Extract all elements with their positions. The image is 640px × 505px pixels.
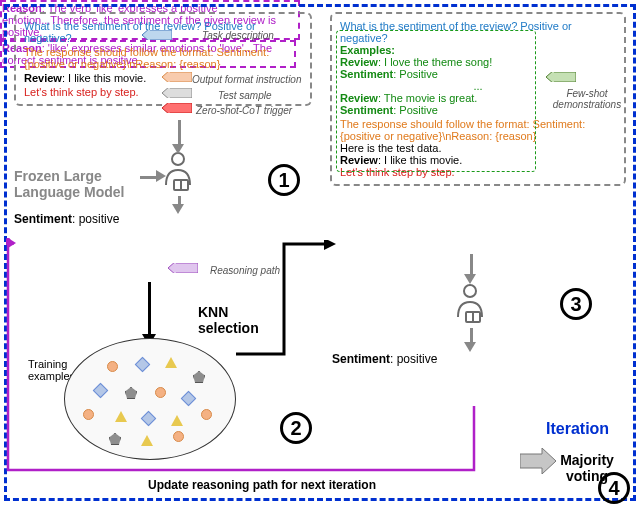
arrow-format bbox=[162, 72, 192, 82]
arrow-into-agent1-head bbox=[172, 144, 184, 154]
arrow-fllm-head bbox=[156, 170, 166, 182]
label-task: Task description bbox=[202, 30, 274, 41]
review-text: : I like this movie. bbox=[62, 72, 146, 84]
arrow-sample bbox=[162, 88, 192, 98]
update-label: Update reasoning path for next iteration bbox=[148, 478, 376, 492]
upd-b: next iteration bbox=[301, 478, 376, 492]
step-3: 3 bbox=[560, 288, 592, 320]
arrow-into-agent1 bbox=[178, 120, 181, 146]
upd-a: Update reasoning path for bbox=[148, 478, 301, 492]
out1-sv: : positive bbox=[72, 212, 119, 226]
svg-point-0 bbox=[172, 153, 184, 165]
label-cot: Zero-shot-CoT trigger bbox=[196, 105, 292, 116]
mv2: voting bbox=[566, 468, 608, 484]
frozen-llm-label: Frozen Large Language Model bbox=[14, 168, 144, 200]
label-format: Output format instruction bbox=[192, 74, 302, 85]
output-format: The response should follow the format: S… bbox=[24, 46, 302, 70]
arrow-majority bbox=[520, 448, 556, 474]
label-fewshot: Few-shot demonstrations bbox=[548, 88, 626, 110]
iteration-label: Iteration bbox=[546, 420, 609, 438]
arrow-task bbox=[142, 30, 172, 40]
arrow-fewshot bbox=[546, 72, 576, 82]
arrow-update-path bbox=[6, 238, 506, 498]
few-shot-inner-box bbox=[336, 30, 536, 172]
mv1: Majority bbox=[560, 452, 614, 468]
arrow-cot bbox=[162, 103, 192, 113]
out1-sentiment: Sentiment: positive bbox=[14, 212, 119, 226]
out1-sk: Sentiment bbox=[14, 212, 72, 226]
arrow-agent1-down-head bbox=[172, 204, 184, 214]
label-sample: Test sample bbox=[218, 90, 272, 101]
majority-voting-label: Majorityvoting bbox=[556, 452, 618, 484]
review-key: Review bbox=[24, 72, 62, 84]
step-1: 1 bbox=[268, 164, 300, 196]
